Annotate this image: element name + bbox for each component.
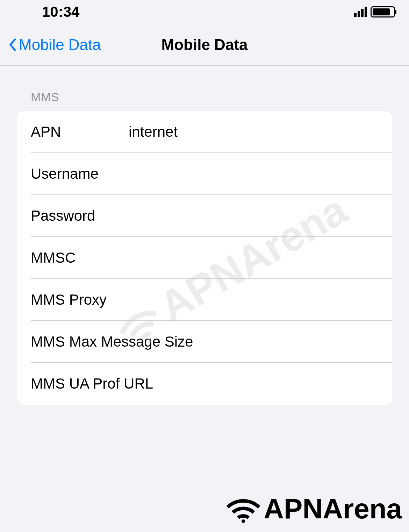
- section-header: MMS: [17, 66, 392, 111]
- status-time: 10:34: [42, 3, 79, 20]
- mms-proxy-label: MMS Proxy: [31, 291, 129, 308]
- password-label: Password: [31, 207, 129, 224]
- mms-max-size-label: MMS Max Message Size: [31, 333, 193, 350]
- username-label: Username: [31, 165, 129, 182]
- navigation-bar: Mobile Data Mobile Data: [0, 24, 409, 66]
- footer-logo: APNArena: [226, 493, 402, 525]
- apn-label: APN: [31, 123, 129, 140]
- mmsc-row[interactable]: MMSC: [17, 237, 392, 279]
- status-bar: 10:34: [0, 0, 409, 24]
- back-button[interactable]: Mobile Data: [0, 36, 101, 54]
- mms-max-size-row[interactable]: MMS Max Message Size: [17, 321, 392, 363]
- apn-row[interactable]: APN: [17, 111, 392, 153]
- password-row[interactable]: Password: [17, 195, 392, 237]
- page-title: Mobile Data: [162, 36, 248, 54]
- mms-proxy-input[interactable]: [129, 291, 378, 308]
- username-input[interactable]: [129, 165, 378, 182]
- mms-max-size-input[interactable]: [193, 333, 378, 350]
- battery-icon: [371, 6, 395, 17]
- mms-ua-prof-row[interactable]: MMS UA Prof URL: [17, 363, 392, 405]
- status-right: [354, 6, 395, 17]
- signal-icon: [354, 7, 367, 17]
- chevron-left-icon: [8, 37, 17, 52]
- password-input[interactable]: [129, 207, 378, 224]
- svg-point-1: [242, 519, 245, 523]
- settings-list: APN Username Password MMSC MMS Proxy MMS…: [17, 111, 392, 405]
- mms-proxy-row[interactable]: MMS Proxy: [17, 279, 392, 321]
- mms-ua-prof-input[interactable]: [153, 375, 378, 392]
- content: MMS APN Username Password MMSC MMS Proxy…: [0, 66, 409, 405]
- footer-text: APNArena: [264, 493, 402, 525]
- back-label: Mobile Data: [19, 36, 101, 54]
- wifi-icon: [226, 495, 261, 523]
- mmsc-input[interactable]: [129, 249, 378, 266]
- mmsc-label: MMSC: [31, 249, 129, 266]
- mms-ua-prof-label: MMS UA Prof URL: [31, 375, 153, 392]
- username-row[interactable]: Username: [17, 153, 392, 195]
- apn-input[interactable]: [129, 123, 378, 140]
